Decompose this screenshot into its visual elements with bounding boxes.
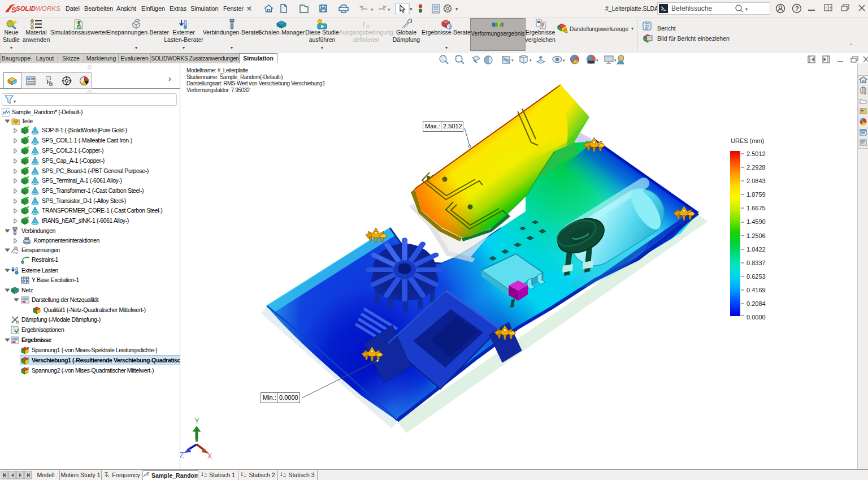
svg-text:▾: ▾ (455, 6, 458, 12)
svg-text:X: X (207, 452, 212, 460)
svg-text:?: ? (541, 24, 544, 29)
svg-text:▾: ▾ (410, 6, 413, 12)
svg-text:▾: ▾ (596, 58, 598, 62)
svg-text:Y: Y (194, 417, 199, 425)
svg-text:▾: ▾ (530, 58, 532, 62)
svg-text:?: ? (795, 5, 799, 12)
svg-text:σ: σ (27, 366, 29, 370)
svg-text:t: t (363, 20, 366, 28)
svg-text:?: ? (448, 24, 452, 30)
svg-text:▾: ▾ (371, 7, 374, 12)
svg-text:0: 0 (366, 24, 369, 29)
svg-text:▾: ▾ (14, 99, 16, 104)
svg-text:σ: σ (27, 346, 29, 350)
svg-text:▾: ▾ (511, 58, 514, 62)
svg-text:▾: ▾ (745, 7, 748, 12)
svg-text:▾: ▾ (563, 58, 565, 62)
svg-text:u: u (27, 356, 29, 360)
svg-text:Z: Z (180, 451, 184, 459)
svg-text:▾: ▾ (614, 58, 617, 62)
svg-text:▾: ▾ (388, 7, 390, 12)
